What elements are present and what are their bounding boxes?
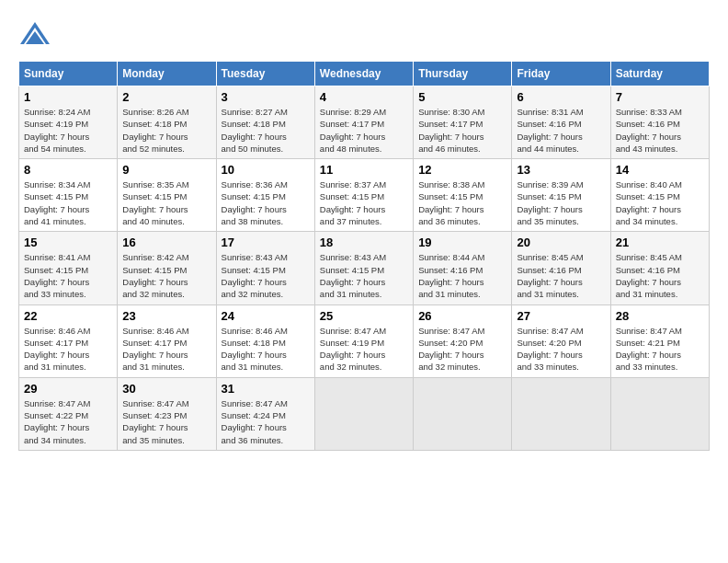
day-info: Sunrise: 8:24 AMSunset: 4:19 PMDaylight:… <box>24 106 112 155</box>
day-info: Sunrise: 8:34 AMSunset: 4:15 PMDaylight:… <box>24 178 112 227</box>
day-info: Sunrise: 8:43 AMSunset: 4:15 PMDaylight:… <box>222 251 310 300</box>
calendar-cell: 19Sunrise: 8:44 AMSunset: 4:16 PMDayligh… <box>414 232 512 304</box>
day-info: Sunrise: 8:45 AMSunset: 4:16 PMDaylight:… <box>616 251 704 300</box>
logo <box>18 18 55 52</box>
calendar-cell: 13Sunrise: 8:39 AMSunset: 4:15 PMDayligh… <box>512 159 610 232</box>
calendar-cell: 21Sunrise: 8:45 AMSunset: 4:16 PMDayligh… <box>610 232 709 304</box>
calendar-cell <box>414 377 512 450</box>
calendar-cell: 1Sunrise: 8:24 AMSunset: 4:19 PMDaylight… <box>19 86 118 159</box>
day-number: 11 <box>320 163 408 177</box>
day-number: 25 <box>320 309 408 323</box>
day-info: Sunrise: 8:40 AMSunset: 4:15 PMDaylight:… <box>616 178 704 227</box>
logo-icon <box>18 18 51 52</box>
calendar-cell: 14Sunrise: 8:40 AMSunset: 4:15 PMDayligh… <box>610 159 709 232</box>
calendar-cell: 29Sunrise: 8:47 AMSunset: 4:22 PMDayligh… <box>19 377 118 450</box>
day-info: Sunrise: 8:47 AMSunset: 4:20 PMDaylight:… <box>517 325 605 373</box>
day-number: 22 <box>24 309 112 323</box>
col-header-friday: Friday <box>512 62 610 86</box>
calendar-cell: 7Sunrise: 8:33 AMSunset: 4:16 PMDaylight… <box>610 86 709 159</box>
calendar-cell: 11Sunrise: 8:37 AMSunset: 4:15 PMDayligh… <box>314 159 413 232</box>
day-info: Sunrise: 8:46 AMSunset: 4:18 PMDaylight:… <box>222 325 310 373</box>
calendar-cell: 3Sunrise: 8:27 AMSunset: 4:18 PMDaylight… <box>216 86 314 159</box>
day-number: 4 <box>320 90 408 104</box>
calendar-cell: 26Sunrise: 8:47 AMSunset: 4:20 PMDayligh… <box>414 304 512 377</box>
day-info: Sunrise: 8:47 AMSunset: 4:20 PMDaylight:… <box>418 325 506 373</box>
day-number: 29 <box>24 382 112 396</box>
day-number: 21 <box>616 236 704 249</box>
col-header-sunday: Sunday <box>19 62 118 86</box>
calendar-cell: 22Sunrise: 8:46 AMSunset: 4:17 PMDayligh… <box>19 304 118 377</box>
day-number: 5 <box>418 90 506 104</box>
day-number: 19 <box>418 236 506 249</box>
col-header-tuesday: Tuesday <box>216 62 314 86</box>
calendar-cell: 15Sunrise: 8:41 AMSunset: 4:15 PMDayligh… <box>19 232 118 304</box>
day-number: 13 <box>517 163 605 177</box>
day-info: Sunrise: 8:37 AMSunset: 4:15 PMDaylight:… <box>320 178 408 227</box>
day-number: 8 <box>24 163 112 177</box>
day-number: 15 <box>24 236 112 249</box>
calendar-cell: 30Sunrise: 8:47 AMSunset: 4:23 PMDayligh… <box>118 377 216 450</box>
day-info: Sunrise: 8:36 AMSunset: 4:15 PMDaylight:… <box>222 178 310 227</box>
day-number: 16 <box>122 236 210 249</box>
calendar-cell: 4Sunrise: 8:29 AMSunset: 4:17 PMDaylight… <box>314 86 413 159</box>
day-number: 1 <box>24 90 112 104</box>
day-number: 9 <box>122 163 210 177</box>
calendar-cell: 6Sunrise: 8:31 AMSunset: 4:16 PMDaylight… <box>512 86 610 159</box>
calendar-cell: 2Sunrise: 8:26 AMSunset: 4:18 PMDaylight… <box>118 86 216 159</box>
day-info: Sunrise: 8:46 AMSunset: 4:17 PMDaylight:… <box>122 325 210 373</box>
day-info: Sunrise: 8:38 AMSunset: 4:15 PMDaylight:… <box>418 178 506 227</box>
day-number: 17 <box>222 236 310 249</box>
day-info: Sunrise: 8:47 AMSunset: 4:24 PMDaylight:… <box>222 397 310 446</box>
calendar-cell: 9Sunrise: 8:35 AMSunset: 4:15 PMDaylight… <box>118 159 216 232</box>
day-info: Sunrise: 8:30 AMSunset: 4:17 PMDaylight:… <box>418 106 506 155</box>
day-number: 27 <box>517 309 605 323</box>
day-number: 10 <box>222 163 310 177</box>
calendar-cell: 18Sunrise: 8:43 AMSunset: 4:15 PMDayligh… <box>314 232 413 304</box>
week-row-3: 15Sunrise: 8:41 AMSunset: 4:15 PMDayligh… <box>19 232 710 304</box>
calendar-cell: 8Sunrise: 8:34 AMSunset: 4:15 PMDaylight… <box>19 159 118 232</box>
day-info: Sunrise: 8:41 AMSunset: 4:15 PMDaylight:… <box>24 251 112 300</box>
day-number: 28 <box>616 309 704 323</box>
calendar-cell: 12Sunrise: 8:38 AMSunset: 4:15 PMDayligh… <box>414 159 512 232</box>
calendar-cell <box>512 377 610 450</box>
calendar-cell <box>610 377 709 450</box>
week-row-2: 8Sunrise: 8:34 AMSunset: 4:15 PMDaylight… <box>19 159 710 232</box>
day-info: Sunrise: 8:47 AMSunset: 4:21 PMDaylight:… <box>616 325 704 373</box>
calendar-cell: 10Sunrise: 8:36 AMSunset: 4:15 PMDayligh… <box>216 159 314 232</box>
day-info: Sunrise: 8:35 AMSunset: 4:15 PMDaylight:… <box>122 178 210 227</box>
day-number: 3 <box>222 90 310 104</box>
col-header-wednesday: Wednesday <box>314 62 413 86</box>
calendar-cell: 31Sunrise: 8:47 AMSunset: 4:24 PMDayligh… <box>216 377 314 450</box>
day-number: 26 <box>418 309 506 323</box>
day-info: Sunrise: 8:44 AMSunset: 4:16 PMDaylight:… <box>418 251 506 300</box>
day-info: Sunrise: 8:27 AMSunset: 4:18 PMDaylight:… <box>222 106 310 155</box>
day-info: Sunrise: 8:43 AMSunset: 4:15 PMDaylight:… <box>320 251 408 300</box>
day-info: Sunrise: 8:47 AMSunset: 4:23 PMDaylight:… <box>122 397 210 446</box>
day-number: 18 <box>320 236 408 249</box>
calendar-cell: 24Sunrise: 8:46 AMSunset: 4:18 PMDayligh… <box>216 304 314 377</box>
col-header-saturday: Saturday <box>610 62 709 86</box>
day-info: Sunrise: 8:47 AMSunset: 4:19 PMDaylight:… <box>320 325 408 373</box>
calendar-cell: 16Sunrise: 8:42 AMSunset: 4:15 PMDayligh… <box>118 232 216 304</box>
day-number: 2 <box>122 90 210 104</box>
day-info: Sunrise: 8:31 AMSunset: 4:16 PMDaylight:… <box>517 106 605 155</box>
day-info: Sunrise: 8:47 AMSunset: 4:22 PMDaylight:… <box>24 397 112 446</box>
day-info: Sunrise: 8:45 AMSunset: 4:16 PMDaylight:… <box>517 251 605 300</box>
day-number: 7 <box>616 90 704 104</box>
day-number: 12 <box>418 163 506 177</box>
day-info: Sunrise: 8:42 AMSunset: 4:15 PMDaylight:… <box>122 251 210 300</box>
calendar-cell: 5Sunrise: 8:30 AMSunset: 4:17 PMDaylight… <box>414 86 512 159</box>
calendar-table: SundayMondayTuesdayWednesdayThursdayFrid… <box>18 61 710 451</box>
day-number: 20 <box>517 236 605 249</box>
week-row-5: 29Sunrise: 8:47 AMSunset: 4:22 PMDayligh… <box>19 377 710 450</box>
calendar-cell: 20Sunrise: 8:45 AMSunset: 4:16 PMDayligh… <box>512 232 610 304</box>
day-info: Sunrise: 8:33 AMSunset: 4:16 PMDaylight:… <box>616 106 704 155</box>
week-row-1: 1Sunrise: 8:24 AMSunset: 4:19 PMDaylight… <box>19 86 710 159</box>
day-info: Sunrise: 8:39 AMSunset: 4:15 PMDaylight:… <box>517 178 605 227</box>
day-info: Sunrise: 8:46 AMSunset: 4:17 PMDaylight:… <box>24 325 112 373</box>
calendar-cell: 17Sunrise: 8:43 AMSunset: 4:15 PMDayligh… <box>216 232 314 304</box>
calendar-cell: 23Sunrise: 8:46 AMSunset: 4:17 PMDayligh… <box>118 304 216 377</box>
col-header-thursday: Thursday <box>414 62 512 86</box>
day-number: 6 <box>517 90 605 104</box>
calendar-cell: 28Sunrise: 8:47 AMSunset: 4:21 PMDayligh… <box>610 304 709 377</box>
